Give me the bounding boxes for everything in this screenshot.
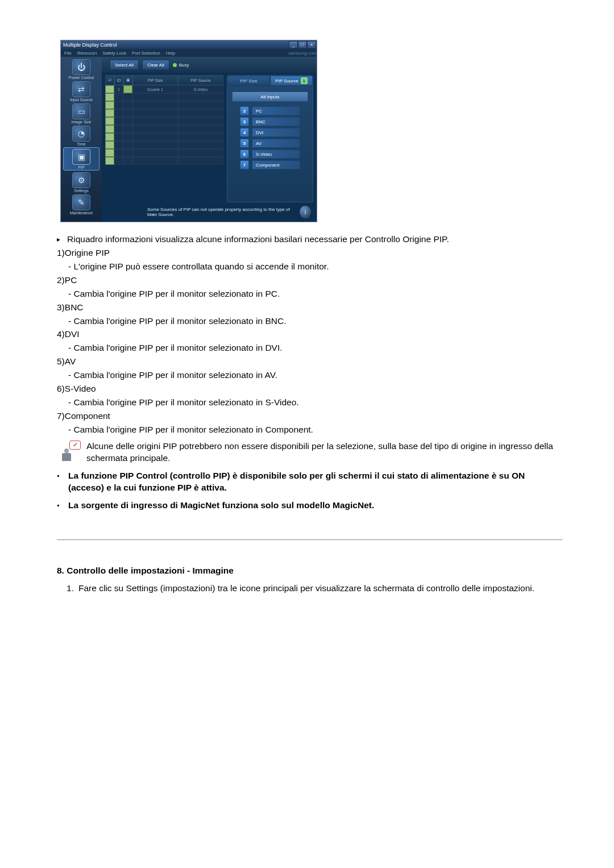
item-description: - Cambia l'origine PIP per il monitor se… [68, 369, 277, 381]
table-row[interactable] [105, 93, 223, 101]
menu-file[interactable]: File [64, 51, 72, 56]
sidebar-image-size[interactable]: ▭Image Size [61, 102, 102, 124]
row-source [178, 149, 223, 157]
brand-link[interactable]: samsung.com [288, 51, 317, 56]
row-check[interactable] [105, 149, 114, 157]
table-row[interactable] [105, 149, 223, 157]
row-check[interactable] [105, 157, 114, 165]
sidebar: ⏻Power Control ⇄Input Source ▭Image Size… [61, 57, 102, 222]
item-description: - Cambia l'origine PIP per il monitor se… [68, 288, 280, 300]
row-check[interactable] [105, 101, 114, 109]
close-button[interactable]: × [307, 41, 316, 49]
row-check[interactable] [105, 125, 114, 133]
section-heading: 8. Controllo delle impostazioni - Immagi… [57, 565, 563, 577]
table-row[interactable]: ✓ 1 ● Double 1 S-Video [105, 85, 223, 93]
footer-note: Some Sources of PIP can not operate prop… [102, 202, 317, 222]
row-source [178, 133, 223, 141]
row-source [178, 157, 223, 165]
step-text: Fare clic su Settings (impostazioni) tra… [78, 583, 534, 595]
row-power: ● [123, 85, 132, 93]
table-row[interactable] [105, 125, 223, 133]
footer-text: Some Sources of PIP can not operate prop… [147, 207, 300, 217]
time-icon: ◔ [78, 129, 85, 138]
tab-badge: 1 [301, 77, 308, 84]
row-check[interactable] [105, 141, 114, 149]
row-source [178, 117, 223, 125]
select-all-button[interactable]: Select All [110, 60, 139, 70]
row-size [132, 125, 178, 133]
source-item-s-video[interactable]: 6S-Video [240, 149, 300, 159]
menu-help[interactable]: Help [166, 51, 175, 56]
source-number: 4 [240, 128, 249, 137]
row-check[interactable] [105, 117, 114, 125]
pip-source-panel: PIP Size PIP Source1 All Inputs 2PC3BNC4… [227, 75, 313, 202]
sidebar-settings[interactable]: ⚙Settings [61, 171, 102, 193]
row-size [132, 149, 178, 157]
source-item-bnc[interactable]: 3BNC [240, 117, 300, 126]
row-size [132, 133, 178, 141]
maximize-button[interactable]: □ [298, 41, 307, 49]
clear-all-button[interactable]: Clear All [142, 60, 169, 70]
row-power [123, 133, 132, 141]
row-check[interactable] [105, 133, 114, 141]
sidebar-time[interactable]: ◔Time [61, 124, 102, 147]
row-check[interactable] [105, 109, 114, 117]
item-number: 6) [57, 383, 65, 395]
table-row[interactable] [105, 157, 223, 165]
table-row[interactable] [105, 117, 223, 125]
menu-safety-lock[interactable]: Safety Lock [102, 51, 126, 56]
intro-text: Riquadro informazioni visualizza alcune … [67, 234, 449, 246]
table-row[interactable] [105, 133, 223, 141]
sidebar-power-control[interactable]: ⏻Power Control [61, 58, 102, 80]
tab-pip-size[interactable]: PIP Size [227, 76, 270, 86]
row-id [114, 157, 123, 165]
item-number: 4) [57, 329, 65, 340]
table-row[interactable] [105, 109, 223, 117]
row-power [123, 101, 132, 109]
display-grid: ☑ ID ▣ PIP Size PIP Source ✓ 1 ● Double … [105, 75, 223, 202]
bold-note-1: La funzione PIP Control (controllo PIP) … [68, 470, 563, 494]
bullet-icon: ▪ [57, 470, 68, 480]
power-icon: ⏻ [77, 63, 85, 72]
item-description: - Cambia l'origine PIP per il monitor se… [68, 424, 313, 436]
sidebar-maintenance[interactable]: ✎Maintenance [61, 193, 102, 215]
item-label: BNC [65, 302, 84, 314]
row-source [178, 125, 223, 133]
busy-indicator: Busy [173, 63, 189, 68]
col-check[interactable]: ☑ [105, 75, 114, 85]
minimize-button[interactable]: _ [289, 41, 298, 49]
tab-pip-source[interactable]: PIP Source1 [270, 76, 313, 86]
source-label: BNC [252, 117, 300, 126]
item-label: Component [65, 410, 110, 422]
input-icon: ⇄ [78, 85, 85, 94]
menubar: File Remocon Safety Lock Port Selection … [61, 49, 317, 57]
source-item-dvi[interactable]: 4DVI [240, 128, 300, 137]
row-size [132, 117, 178, 125]
menu-port-selection[interactable]: Port Selection [132, 51, 160, 56]
table-row[interactable] [105, 101, 223, 109]
sidebar-item-label: Power Control [69, 76, 94, 80]
titlebar: Multiple Display Control _ □ × [61, 40, 317, 49]
app-screenshot: Multiple Display Control _ □ × File Remo… [60, 40, 316, 222]
row-check[interactable]: ✓ [105, 85, 114, 93]
source-item-av[interactable]: 5AV [240, 139, 300, 148]
row-size [132, 157, 178, 165]
sidebar-item-label: Maintenance [70, 211, 93, 215]
sidebar-input-source[interactable]: ⇄Input Source [61, 80, 102, 102]
row-check[interactable] [105, 93, 114, 101]
row-size [132, 101, 178, 109]
bold-note-2: La sorgente di ingresso di MagicNet funz… [68, 500, 374, 512]
sidebar-pip[interactable]: ▣PIP [63, 147, 99, 171]
table-row[interactable] [105, 141, 223, 149]
menu-remocon[interactable]: Remocon [77, 51, 97, 56]
person-icon [61, 448, 72, 461]
source-number: 5 [240, 139, 249, 148]
row-id [114, 149, 123, 157]
all-inputs-button[interactable]: All Inputs [232, 92, 308, 102]
maintenance-icon: ✎ [78, 198, 85, 207]
source-item-component[interactable]: 7Component [240, 160, 300, 169]
source-item-pc[interactable]: 2PC [240, 106, 300, 115]
row-size [132, 141, 178, 149]
sidebar-item-label: Image Size [71, 120, 91, 124]
image-size-icon: ▭ [78, 107, 85, 116]
